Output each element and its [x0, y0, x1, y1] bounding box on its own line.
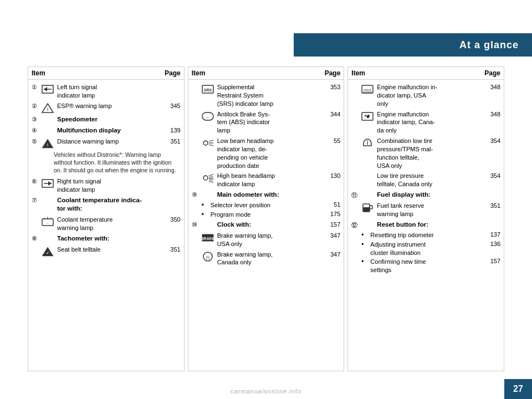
row-tachometer-header: ⑧ Tachometer with:	[28, 233, 184, 244]
row-icon-7	[42, 196, 57, 197]
svg-text:SRS: SRS	[203, 88, 212, 92]
reset-button-label: Reset button for:	[377, 221, 480, 229]
row-num-highbeam	[192, 172, 202, 172]
tire-canada-label: Low tire pressuretelltale, Canada only	[377, 172, 480, 188]
svg-line-30	[209, 181, 213, 182]
high-beam-label: High beam headlampindicator lamp	[217, 172, 321, 188]
watermark: carmanualsonline.info	[231, 388, 301, 395]
svg-text:✓: ✓	[46, 251, 49, 255]
row-brake-canada: (!) Brake warning lamp,Canada only 347	[188, 249, 344, 268]
bullet-trip-odometer: • Resetting trip odometer 137	[348, 231, 504, 240]
row-num-8: ⑧	[32, 234, 42, 242]
row-tpms: ! Combination low tirepressure/TPMS mal-…	[348, 136, 504, 171]
row-page-tirecad: 354	[480, 172, 500, 179]
svg-text:○: ○	[207, 115, 209, 119]
row-page-brake2: 347	[320, 250, 340, 258]
bullet-selector-lever: • Selector lever position 51	[188, 201, 344, 210]
srs-label: SupplementalRestraint System(SRS) indica…	[217, 83, 321, 108]
svg-point-21	[203, 141, 208, 145]
srs-icon: SRS	[202, 83, 217, 94]
svg-line-22	[209, 140, 213, 141]
row-icon-12	[361, 221, 377, 222]
row-coolant-header: ⑦ Coolant temperature indica-tor with:	[28, 195, 184, 214]
row-num-5: ⑤	[32, 137, 42, 145]
row-page-abs: 344	[320, 110, 340, 117]
confirm-time-label: Confirming new timesettings	[370, 258, 480, 274]
distance-warning-label: Distance warning lamp	[57, 137, 161, 146]
row-page-srs: 353	[320, 83, 340, 90]
col1-header: Item Page	[28, 67, 184, 80]
col1-header-page: Page	[158, 69, 181, 77]
row-page-brake1: 347	[320, 232, 340, 239]
svg-point-25	[203, 176, 208, 180]
bullet-dot-time: •	[361, 258, 370, 274]
row-distance-warning: ⑤ ! Distance warning lamp 351	[28, 136, 184, 150]
coolant-icon: ~	[42, 216, 57, 227]
row-page-coolant: 350	[161, 216, 181, 223]
page-title: At a glance	[459, 39, 519, 51]
row-tire-canada: Low tire pressuretelltale, Canada only 3…	[348, 171, 504, 190]
row-num-tirecad	[351, 172, 361, 172]
check-engine-icon: check engine	[361, 83, 377, 94]
column-1: Item Page ① Left turn signalindicator la…	[28, 66, 185, 371]
col2-body: SRS SupplementalRestraint System(SRS) in…	[188, 80, 344, 270]
speedometer-label: Speedometer	[57, 115, 161, 124]
row-left-turn-signal: ① Left turn signalindicator lamp	[28, 82, 184, 101]
fuel-reserve-label: Fuel tank reservewarning lamp	[377, 202, 480, 218]
col2-header-item: Item	[192, 69, 319, 77]
bullet-program-mode: • Program mode 175	[188, 210, 344, 219]
row-icon-10	[202, 221, 217, 222]
fuel-display-label: Fuel display with:	[377, 191, 480, 200]
row-page-3	[161, 115, 181, 116]
svg-text:engine: engine	[363, 90, 372, 94]
bullet-confirm-time: • Confirming new timesettings 157	[348, 257, 504, 275]
adjust-illum-label: Adjusting instrumentcluster illumination	[370, 241, 480, 257]
row-esp-warning: ② ! ESP® warning lamp 345	[28, 101, 184, 114]
svg-text:!: !	[47, 143, 48, 147]
row-num-3: ③	[32, 115, 42, 123]
svg-text:!: !	[367, 142, 369, 146]
row-page-highbeam: 130	[320, 172, 340, 179]
arrow-left-icon	[42, 83, 57, 94]
program-mode-label: Program mode	[211, 211, 321, 219]
multifunction-label: Multifunction display	[57, 126, 161, 135]
row-num-4: ④	[32, 126, 42, 134]
row-fuel-display: ⑪ Fuel display with:	[348, 190, 504, 201]
col3-header-item: Item	[351, 69, 478, 77]
svg-text:BRAKE: BRAKE	[202, 237, 214, 241]
row-high-beam: High beam headlampindicator lamp 130	[188, 171, 344, 190]
row-page-9	[320, 191, 340, 191]
col1-header-item: Item	[32, 69, 158, 77]
tachometer-header-label: Tachometer with:	[57, 234, 161, 243]
tire-canada-icon	[361, 172, 377, 173]
row-multifunction: ④ Multifunction display 139	[28, 125, 184, 136]
low-beam-label: Low beam headlampindicator lamp, de-pend…	[217, 137, 321, 170]
bullet-dot-2: •	[202, 211, 211, 219]
row-num-6: ⑥	[32, 177, 42, 185]
bullet-dot-1: •	[202, 201, 211, 209]
row-num-10: ⑩	[192, 221, 202, 228]
trip-odometer-label: Resetting trip odometer	[370, 231, 480, 239]
brake-canada-label: Brake warning lamp,Canada only	[217, 250, 321, 267]
row-num-11: ⑪	[351, 191, 361, 200]
right-turn-signal-label: Right turn signalindicator lamp	[57, 177, 161, 194]
row-srs: SRS SupplementalRestraint System(SRS) in…	[188, 82, 344, 109]
engine-canada-label: Engine malfunctionindicator lamp, Cana-d…	[377, 110, 480, 135]
row-icon-11	[361, 191, 377, 192]
svg-line-24	[209, 145, 213, 146]
abs-label: Antilock Brake Sys-tem (ABS) indicatorla…	[217, 110, 321, 135]
row-num-abs	[192, 110, 202, 111]
svg-text:~: ~	[47, 221, 49, 224]
svg-line-27	[209, 177, 213, 177]
row-page-seatbelt: 351	[161, 245, 181, 253]
seatbelt-icon: ✓	[42, 245, 57, 257]
header-bar: At a glance	[294, 33, 532, 57]
row-right-turn-signal: ⑥ Right turn signalindicator lamp	[28, 176, 184, 195]
bullet-dot-illum: •	[361, 241, 370, 257]
row-icon-3	[42, 115, 57, 116]
col3-body: check engine Engine malfunction in-dicat…	[348, 80, 504, 277]
row-num-brake1	[192, 232, 202, 232]
row-fuel-reserve: Fuel tank reservewarning lamp 351	[348, 201, 504, 219]
row-num-lowbeam	[192, 137, 202, 137]
low-beam-icon	[202, 137, 217, 148]
